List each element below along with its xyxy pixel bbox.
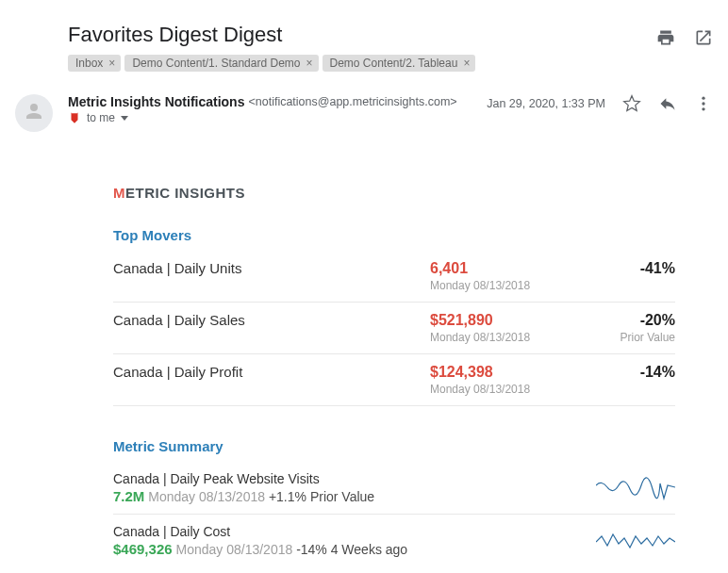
label-text: Demo Content/2. Tableau bbox=[330, 57, 458, 70]
close-icon[interactable]: × bbox=[304, 57, 314, 70]
close-icon[interactable]: × bbox=[107, 57, 117, 70]
avatar[interactable] bbox=[15, 94, 53, 132]
label-chip[interactable]: Demo Content/2. Tableau × bbox=[323, 55, 476, 72]
metric-name: Canada | Daily Profit bbox=[113, 364, 430, 380]
label-chip[interactable]: Inbox × bbox=[68, 55, 121, 72]
svg-point-0 bbox=[702, 97, 704, 100]
reply-icon[interactable] bbox=[658, 94, 677, 113]
email-subject: Favorites Digest Digest bbox=[68, 23, 282, 47]
metric-change: -41% bbox=[590, 260, 675, 277]
section-title-metric-summary: Metric Summary bbox=[113, 438, 675, 454]
print-icon[interactable] bbox=[656, 28, 675, 47]
recipient-label: to me bbox=[87, 111, 115, 124]
metric-value: 6,401 bbox=[430, 260, 590, 277]
metric-subtext: Prior Value bbox=[590, 331, 675, 344]
email-body: METRIC INSIGHTS Top Movers Canada | Dail… bbox=[0, 139, 728, 566]
label-text: Demo Content/1. Standard Demo bbox=[132, 57, 300, 70]
metric-name: Canada | Daily Cost bbox=[113, 524, 587, 539]
metric-name: Canada | Daily Peak Website Visits bbox=[113, 471, 587, 486]
label-text: Inbox bbox=[75, 57, 103, 70]
sparkline-icon bbox=[596, 476, 675, 504]
metric-value: $469,326 bbox=[113, 541, 173, 557]
metric-value: $124,398 bbox=[430, 364, 590, 381]
top-mover-row: Canada | Daily Sales $521,890 Monday 08/… bbox=[113, 303, 675, 354]
star-icon[interactable] bbox=[622, 94, 641, 113]
more-vert-icon[interactable] bbox=[694, 94, 713, 113]
metric-date: Monday 08/13/2018 bbox=[175, 542, 292, 557]
metric-date: Monday 08/13/2018 bbox=[430, 331, 590, 344]
brand-logo: METRIC INSIGHTS bbox=[113, 185, 675, 201]
top-mover-row: Canada | Daily Units 6,401 Monday 08/13/… bbox=[113, 251, 675, 303]
metric-value: 7.2M bbox=[113, 488, 144, 504]
close-icon[interactable]: × bbox=[461, 57, 472, 70]
metric-date: Monday 08/13/2018 bbox=[430, 279, 590, 292]
metric-change: -20% bbox=[590, 312, 675, 329]
metric-date: Monday 08/13/2018 bbox=[148, 489, 265, 504]
sparkline-icon bbox=[596, 529, 675, 557]
sender-email: <notifications@app.metricinsights.com> bbox=[248, 95, 456, 108]
top-mover-row: Canada | Daily Profit $124,398 Monday 08… bbox=[113, 354, 675, 406]
metric-summary-item: Canada | Daily Cost $469,326 Monday 08/1… bbox=[113, 515, 675, 566]
metric-name: Canada | Daily Units bbox=[113, 260, 430, 276]
svg-point-1 bbox=[702, 102, 704, 105]
metric-delta: -14% 4 Weeks ago bbox=[296, 542, 407, 557]
open-new-window-icon[interactable] bbox=[694, 28, 713, 47]
metric-delta: +1.1% Prior Value bbox=[269, 489, 374, 504]
sender-name: Metric Insights Notifications bbox=[68, 94, 244, 109]
metric-summary-item: Canada | Daily Peak Website Visits 7.2M … bbox=[113, 462, 675, 515]
metric-date: Monday 08/13/2018 bbox=[430, 383, 590, 396]
metric-value: $521,890 bbox=[430, 312, 590, 329]
label-row: Inbox × Demo Content/1. Standard Demo × … bbox=[0, 55, 728, 87]
svg-point-2 bbox=[702, 107, 704, 110]
chevron-down-icon[interactable] bbox=[121, 116, 128, 121]
metric-name: Canada | Daily Sales bbox=[113, 312, 430, 328]
section-title-top-movers: Top Movers bbox=[113, 227, 675, 243]
no-encryption-icon bbox=[68, 111, 81, 124]
label-chip[interactable]: Demo Content/1. Standard Demo × bbox=[124, 55, 318, 72]
metric-change: -14% bbox=[590, 364, 675, 381]
email-datetime: Jan 29, 2020, 1:33 PM bbox=[487, 97, 605, 110]
